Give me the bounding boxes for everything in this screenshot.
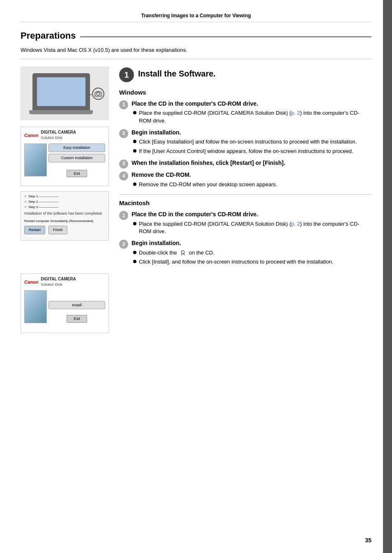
macintosh-label: Macintosh [119, 199, 371, 207]
windows-cd-screen: Canon DIGITAL CAMERA Solution Disk Easy … [21, 127, 109, 186]
link-p2-1[interactable]: p. 2 [291, 110, 300, 116]
win-substep-4-title: Remove the CD-ROM. [131, 171, 371, 179]
main-layout: ← Canon DIGITAL CAMERA Solution Disk [21, 67, 371, 333]
laptop-image: ← [21, 67, 109, 120]
step-1-title: Install the Software. [138, 67, 216, 79]
win-substep-1-num: 1 [119, 100, 128, 109]
section-title-bar: Preparations [21, 30, 371, 44]
finish-row-2: ✓ Step 2 —————— [24, 199, 105, 204]
easy-installation-btn: Easy Installation [48, 143, 105, 152]
mac-cd-photo [24, 290, 47, 323]
mac-substep-2-num: 2 [119, 240, 128, 249]
win-substep-4-num: 4 [119, 171, 128, 180]
mac-install-btn[interactable]: Install [48, 301, 105, 310]
laptop-body [32, 73, 90, 110]
svg-point-0 [97, 92, 100, 95]
win-substep-1-title: Place the CD in the computer's CD-ROM dr… [131, 100, 371, 108]
section-title: Preparations [21, 30, 76, 42]
bullet-item: Place the supplied CD-ROM (DIGITAL CAMER… [133, 109, 371, 124]
bullet-item: If the [User Account Control] window app… [133, 148, 371, 155]
bullet-dot [133, 251, 136, 254]
page-header: Transferring Images to a Computer for Vi… [21, 12, 371, 22]
cd-buttons: Easy Installation Custom Installation Ex… [48, 143, 105, 177]
win-substep-3-title: When the installation finishes, click [R… [131, 159, 371, 167]
finish-rows: ✓ Step 1 —————— ✓ Step 2 —————— ✓ Step 3… [24, 194, 105, 210]
laptop-base [29, 110, 93, 114]
bullet-dot [133, 111, 136, 114]
bullet-item: Click [Install], and follow the on-scree… [133, 258, 371, 266]
finish-button[interactable]: Finish [48, 226, 67, 234]
cd-body: Easy Installation Custom Installation Ex… [24, 143, 105, 177]
win-substep-1-content: Place the CD in the computer's CD-ROM dr… [131, 100, 371, 126]
right-accent-bar [383, 0, 392, 553]
finish-row-1: ✓ Step 1 —————— [24, 194, 105, 199]
mac-cd-screen: Canon DIGITAL CAMERA Solution Disk Insta… [21, 273, 109, 333]
bullet-dot [133, 149, 136, 153]
win-substep-4-content: Remove the CD-ROM. Remove the CD-ROM whe… [131, 171, 371, 190]
mac-substep-1-bullets: Place the supplied CD-ROM (DIGITAL CAMER… [131, 220, 371, 235]
win-substep-4: 4 Remove the CD-ROM. Remove the CD-ROM w… [119, 171, 371, 190]
win-substep-2-content: Begin installation. Click [Easy Installa… [131, 129, 371, 157]
header-title: Transferring Images to a Computer for Vi… [141, 13, 251, 19]
right-column: 1 Install the Software. Windows 1 Place … [119, 67, 371, 333]
win-substep-3: 3 When the installation finishes, click … [119, 159, 371, 169]
mac-substep-2-bullets: Double-click the on the CD. Click [Insta… [131, 249, 371, 266]
step-1: 1 Install the Software. [119, 67, 371, 82]
left-column: ← Canon DIGITAL CAMERA Solution Disk [21, 67, 111, 333]
mac-substep-1-num: 1 [119, 211, 128, 220]
spacer [21, 245, 111, 270]
win-substep-4-bullets: Remove the CD-ROM when your desktop scre… [131, 181, 371, 188]
win-substep-2: 2 Begin installation. Click [Easy Instal… [119, 129, 371, 157]
bullet-dot [133, 183, 136, 186]
bullet-dot [133, 260, 136, 263]
camera-icon [92, 88, 104, 100]
finish-row-3: ✓ Step 3 —————— [24, 205, 105, 209]
mac-cd-body: Install Exit [24, 290, 105, 323]
win-substep-3-num: 3 [119, 160, 128, 169]
laptop-screen [37, 77, 85, 106]
finish-complete-msg: Installation of the software has been co… [24, 211, 105, 216]
svg-point-1 [181, 251, 184, 254]
bullet-item: Remove the CD-ROM when your desktop scre… [133, 181, 371, 188]
win-substep-1: 1 Place the CD in the computer's CD-ROM … [119, 100, 371, 126]
win-substep-2-num: 2 [119, 129, 128, 138]
mac-substep-2-title: Begin installation. [131, 239, 371, 248]
finish-screen: ✓ Step 1 —————— ✓ Step 2 —————— ✓ Step 3… [21, 191, 109, 241]
windows-label: Windows [119, 88, 371, 97]
link-p2-2[interactable]: p. 2 [291, 221, 300, 227]
exit-btn-windows: Exit [67, 170, 87, 178]
mac-substep-2: 2 Begin installation. Double-click the o… [119, 239, 371, 267]
win-substep-2-bullets: Click [Easy Installation] and follow the… [131, 138, 371, 155]
digital-camera-label: DIGITAL CAMERA Solution Disk [41, 130, 76, 142]
bullet-dot [133, 222, 136, 225]
win-substep-2-title: Begin installation. [131, 129, 371, 137]
divider [119, 194, 371, 194]
page-number: 35 [365, 537, 371, 545]
win-substep-1-bullets: Place the supplied CD-ROM (DIGITAL CAMER… [131, 109, 371, 124]
bullet-item: Click [Easy Installation] and follow the… [133, 138, 371, 146]
cd-photo [24, 143, 47, 176]
mac-cd-buttons: Install Exit [48, 290, 105, 323]
restart-note: Restart computer immediately (Recommende… [24, 219, 105, 223]
finish-buttons: Restart Finish [24, 226, 105, 234]
mac-exit-btn[interactable]: Exit [67, 315, 87, 323]
installer-icon [179, 249, 187, 257]
mac-substep-1-content: Place the CD in the computer's CD-ROM dr… [131, 211, 371, 237]
mac-digital-camera-label: DIGITAL CAMERA Solution Disk [41, 276, 76, 289]
mac-substep-1: 1 Place the CD in the computer's CD-ROM … [119, 211, 371, 237]
custom-installation-btn: Custom Installation [48, 154, 105, 162]
restart-button[interactable]: Restart [24, 226, 45, 234]
mac-cd-header: Canon DIGITAL CAMERA Solution Disk [24, 276, 105, 289]
win-substep-3-content: When the installation finishes, click [R… [131, 159, 371, 169]
mac-substep-2-content: Begin installation. Double-click the on … [131, 239, 371, 267]
bullet-item: Double-click the on the CD. [133, 249, 371, 257]
mac-substep-1-title: Place the CD in the computer's CD-ROM dr… [131, 211, 371, 219]
canon-logo: Canon [24, 132, 38, 139]
mac-canon-logo: Canon [24, 279, 38, 285]
step-1-number: 1 [119, 67, 134, 82]
section-subtitle: Windows Vista and Mac OS X (v10.5) are u… [21, 46, 371, 59]
cd-header: Canon DIGITAL CAMERA Solution Disk [24, 130, 105, 142]
bullet-item: Place the supplied CD-ROM (DIGITAL CAMER… [133, 220, 371, 235]
bullet-dot [133, 140, 136, 143]
